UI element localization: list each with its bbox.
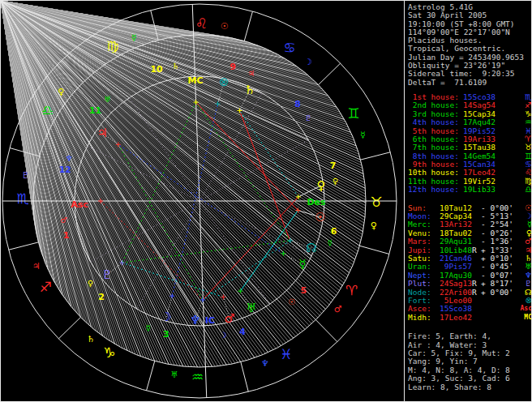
sign-ruler-icon-cancer: ☽ — [304, 57, 312, 67]
sign-boundary-line — [244, 11, 252, 41]
house-cusp-value: 19Lib33 — [463, 186, 500, 194]
sign-ruler-icon-pisces: ♆ — [261, 358, 269, 369]
house-ruler-icon-1: ♂ — [60, 216, 67, 225]
tally-line-6: Ang: 3, Suc: 3, Cad: 6 — [408, 374, 532, 383]
planet-glyph-mercury: ☿ — [298, 257, 306, 272]
zodiac-sign-icon: ♒ — [525, 118, 532, 126]
planet-glyph-uranus: ♅ — [246, 301, 256, 315]
natal-wheel-svg: ♈♂♉♀♊☿♋☽♌☉♍☿♎♀♏♇♐♃♑♄♒♅♓♆1♂2♀3☿4☽5☉6☿7♀8♇… — [1, 1, 404, 401]
house-row-12: 12th house:19Lib33♎ — [408, 186, 532, 194]
planet-glyph-saturn: ♄ — [244, 83, 255, 97]
zodiac-sign-glyph-taurus: ♉ — [370, 194, 382, 210]
house-number-1: 1 — [63, 230, 70, 241]
sign-boundary-line — [241, 362, 248, 392]
angle-label-ic: IC — [205, 315, 215, 326]
house-cusp-list: 1st house:15Sco38♏ 2nd house:14Sag54♐ 3r… — [408, 93, 532, 195]
planet-glyph-moon: ☽ — [161, 310, 171, 324]
astrolog-window: ♈♂♉♀♊☿♋☽♌☉♍☿♎♀♏♇♐♃♑♄♒♅♓♆1♂2♀3☿4☽5☉6☿7♀8♇… — [0, 0, 532, 402]
zodiac-sign-glyph-capricorn: ♑ — [103, 344, 115, 361]
house-number-12: 12 — [59, 165, 71, 175]
sign-ruler-icon-capricorn: ♄ — [87, 334, 95, 344]
planet-glyph-jupiter: ♃ — [97, 126, 107, 140]
house-number-7: 7 — [330, 160, 337, 171]
sign-boundary-line — [9, 242, 39, 250]
planet-glyph-pluto: ♇ — [101, 267, 112, 282]
house-number-2: 2 — [98, 292, 105, 302]
planet-glyph-fortune: ⊗ — [219, 75, 230, 89]
house-number-10: 10 — [150, 64, 163, 75]
planet-glyph-mars: ♂ — [224, 311, 234, 326]
house-ruler-icon-11: ♅ — [104, 95, 111, 104]
house-cusp-value: 17Aqu42 — [463, 118, 500, 126]
planet-row-midh: Midh:17Leo42MC — [408, 314, 532, 322]
house-ruler-icon-6: ☿ — [328, 238, 332, 247]
info-line-10: DeltaT = 71.6109 — [408, 79, 532, 87]
zodiac-sign-glyph-leo: ♌ — [195, 15, 208, 32]
house-ruler-icon-5: ☉ — [288, 297, 295, 306]
sign-boundary-line — [58, 317, 80, 339]
sign-boundary-line — [315, 320, 337, 342]
sign-boundary-line — [359, 246, 389, 254]
zodiac-sign-glyph-aries: ♈ — [345, 282, 358, 298]
sign-boundary-line — [147, 361, 155, 391]
house-ruler-icon-7: ♀ — [332, 177, 338, 186]
sign-ruler-icon-gemini: ☿ — [360, 130, 366, 140]
house-ruler-icon-4: ☽ — [220, 331, 227, 340]
planet-row-plut: Plut:24Sag13R+ 8°17'♇ — [408, 280, 532, 288]
planet-label: Midh: — [408, 314, 437, 322]
house-ruler-icon-12: ♆ — [66, 154, 73, 163]
planet-velocity: + 0°00' — [481, 289, 513, 297]
house-number-11: 11 — [89, 105, 101, 116]
element-mode-tally: Fire: 5, Earth: 4,Air : 4, Water: 3Car: … — [408, 332, 532, 391]
house-number-5: 5 — [301, 285, 307, 296]
angle-label-asc: Asc — [71, 199, 88, 210]
house-ruler-icon-10: ♄ — [172, 62, 179, 71]
planet-position-value: 17Leo42 — [437, 314, 472, 322]
planet-position-list: Sun:10Tau12- 0°00'☉Moon:29Cap34- 5°13'☽M… — [408, 204, 532, 322]
sign-ruler-icon-taurus: ♀ — [371, 220, 377, 231]
house-number-9: 9 — [230, 62, 236, 72]
zodiac-sign-glyph-gemini: ♊ — [347, 105, 359, 122]
house-cusp-dotted-line-6 — [200, 201, 311, 256]
zodiac-sign-glyph-scorpio: ♏ — [16, 190, 28, 207]
planet-glyph-venus: ♀ — [317, 178, 326, 193]
angle-label-mc: MC — [187, 75, 203, 86]
zodiac-sign-glyph-cancer: ♋ — [283, 40, 295, 56]
house-label: 4th house: — [408, 118, 463, 126]
natal-wheel-pane: ♈♂♉♀♊☿♋☽♌☉♍☿♎♀♏♇♐♃♑♄♒♅♓♆1♂2♀3☿4☽5☉6☿7♀8♇… — [1, 1, 404, 401]
house-number-4: 4 — [239, 327, 246, 337]
angle-label-des: Des — [307, 197, 326, 207]
house-number-6: 6 — [331, 226, 337, 237]
planet-glyph-neptune: ♆ — [190, 313, 200, 327]
planet-glyph-sun: ☉ — [315, 210, 325, 225]
zodiac-sign-glyph-sagittarius: ♐ — [39, 279, 51, 295]
tally-line-1: Fire: 5, Earth: 4, — [408, 332, 532, 340]
planet-dot-node — [288, 238, 293, 243]
house-number-3: 3 — [163, 329, 169, 340]
planet-icon: ⊗ — [526, 297, 532, 305]
sign-ruler-icon-libra: ♀ — [58, 87, 64, 97]
house-row-4: 4th house:17Aqu42♒ — [408, 118, 532, 126]
house-ruler-icon-9: ♃ — [247, 69, 255, 78]
sign-ruler-icon-sagittarius: ♃ — [32, 261, 41, 272]
sign-ruler-icon-virgo: ☿ — [131, 32, 137, 43]
sign-ruler-icon-scorpio: ♇ — [21, 170, 29, 181]
house-ruler-icon-3: ☿ — [145, 323, 150, 332]
sign-boundary-line — [361, 152, 391, 160]
sign-boundary-line — [319, 63, 341, 85]
zodiac-sign-glyph-aquarius: ♒ — [191, 369, 204, 385]
retrograde-flag: R — [472, 289, 478, 297]
house-ruler-icon-8: ♇ — [305, 113, 312, 122]
house-label: 12th house: — [408, 186, 463, 194]
house-ruler-icon-2: ♀ — [88, 279, 93, 288]
zodiac-sign-icon: ♎ — [525, 186, 532, 194]
planet-icon: Asc — [521, 305, 532, 313]
sign-ruler-icon-aries: ♂ — [334, 304, 342, 314]
planet-glyph-node: ☊ — [306, 241, 316, 255]
retrograde-flag: R — [472, 246, 478, 254]
sign-ruler-icon-aquarius: ♅ — [170, 370, 178, 380]
chart-info-block: Astrolog 5.41GSat 30 April 200519:10:00 … — [408, 3, 532, 87]
planet-dot-mercury — [281, 251, 285, 256]
zodiac-sign-glyph-pisces: ♓ — [280, 346, 292, 362]
chart-info-sidebar: Astrolog 5.41GSat 30 April 200519:10:00 … — [404, 1, 532, 402]
